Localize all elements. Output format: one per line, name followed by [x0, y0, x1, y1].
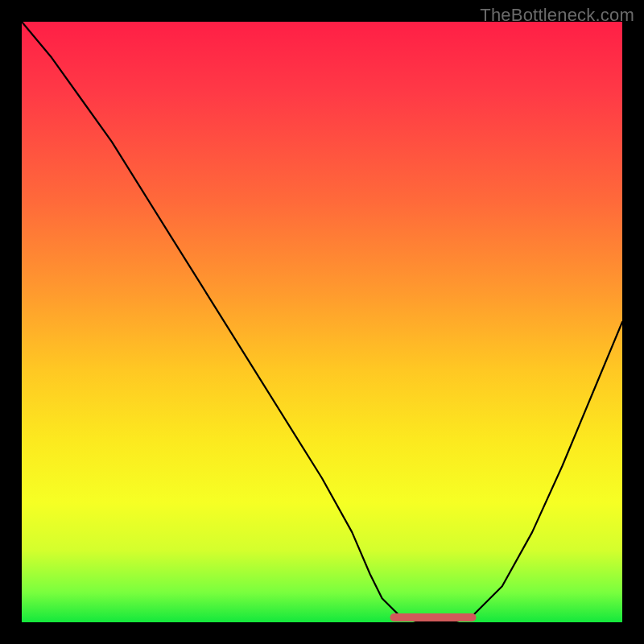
bottleneck-curve: [22, 22, 622, 622]
chart-frame: TheBottleneck.com: [0, 0, 644, 644]
curve-svg: [22, 22, 622, 622]
watermark-text: TheBottleneck.com: [480, 5, 634, 26]
plot-area: [22, 22, 622, 622]
